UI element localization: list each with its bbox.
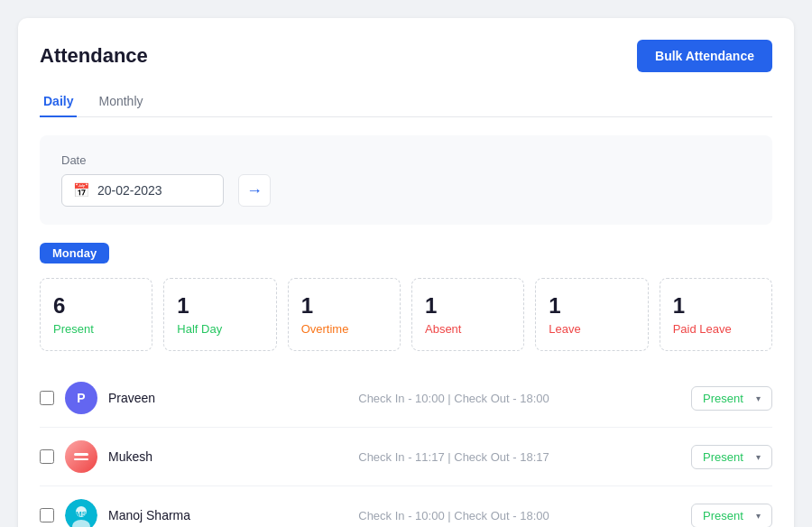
status-label: Present xyxy=(703,509,743,522)
stat-card-paid-leave: 1 Paid Leave xyxy=(660,278,772,351)
tab-monthly[interactable]: Monthly xyxy=(95,87,146,117)
employee-checkbox[interactable] xyxy=(40,449,54,464)
day-badge: Monday xyxy=(40,243,109,264)
page-title: Attendance xyxy=(40,44,148,68)
employee-checkbox[interactable] xyxy=(40,508,54,522)
stat-card-overtime: 1 Overtime xyxy=(288,278,401,351)
chevron-down-icon: ▾ xyxy=(756,393,761,403)
avatar xyxy=(65,440,97,473)
svg-text:MS: MS xyxy=(76,510,88,518)
employee-name: Mukesh xyxy=(108,449,217,464)
tab-daily[interactable]: Daily xyxy=(40,87,77,117)
date-input-wrapper[interactable]: 📅 20-02-2023 xyxy=(61,174,224,207)
employee-row: Mukesh Check In - 11:17 | Check Out - 18… xyxy=(40,428,772,486)
chevron-down-icon: ▾ xyxy=(756,452,761,462)
checkin-info: Check In - 10:00 | Check Out - 18:00 xyxy=(227,509,680,522)
status-dropdown[interactable]: Present ▾ xyxy=(691,504,772,528)
page-header: Attendance Bulk Attendance xyxy=(40,40,772,72)
avatar: P xyxy=(65,382,97,414)
date-section: Date 📅 20-02-2023 → xyxy=(40,135,772,225)
main-container: Attendance Bulk Attendance Daily Monthly… xyxy=(18,18,794,527)
status-label: Present xyxy=(703,392,743,405)
stat-number: 6 xyxy=(53,293,139,319)
employee-row: MS Manoj Sharma Check In - 10:00 | Check… xyxy=(40,486,772,527)
stat-label: Paid Leave xyxy=(673,322,759,336)
status-label: Present xyxy=(703,450,743,464)
stat-number: 1 xyxy=(549,293,634,319)
stat-card-present: 6 Present xyxy=(40,278,152,351)
status-dropdown[interactable]: Present ▾ xyxy=(691,386,772,411)
status-dropdown[interactable]: Present ▾ xyxy=(691,445,772,469)
stat-label: Overtime xyxy=(301,322,387,336)
employee-name: Manoj Sharma xyxy=(108,508,217,522)
avatar: MS xyxy=(65,499,97,527)
date-label: Date xyxy=(61,153,751,167)
calendar-icon: 📅 xyxy=(73,182,90,199)
stats-row: 6 Present 1 Half Day 1 Overtime 1 Absent… xyxy=(40,278,772,351)
stat-number: 1 xyxy=(177,293,263,319)
checkin-info: Check In - 10:00 | Check Out - 18:00 xyxy=(227,392,680,405)
chevron-down-icon: ▾ xyxy=(756,511,761,521)
stat-label: Present xyxy=(53,322,139,336)
checkin-info: Check In - 11:17 | Check Out - 18:17 xyxy=(227,450,680,464)
stat-number: 1 xyxy=(301,293,387,319)
stat-number: 1 xyxy=(425,293,511,319)
employee-row: P Praveen Check In - 10:00 | Check Out -… xyxy=(40,369,772,428)
stat-card-half-day: 1 Half Day xyxy=(163,278,276,351)
stat-card-absent: 1 Absent xyxy=(411,278,524,351)
employee-list: P Praveen Check In - 10:00 | Check Out -… xyxy=(40,369,772,527)
employee-name: Praveen xyxy=(108,391,217,405)
date-row: 📅 20-02-2023 → xyxy=(61,174,751,207)
stat-label: Leave xyxy=(549,322,634,336)
date-value: 20-02-2023 xyxy=(97,183,162,198)
tabs-container: Daily Monthly xyxy=(40,87,772,117)
next-date-button[interactable]: → xyxy=(238,174,271,207)
stat-label: Absent xyxy=(425,322,511,336)
stat-label: Half Day xyxy=(177,322,263,336)
stat-card-leave: 1 Leave xyxy=(535,278,648,351)
stat-number: 1 xyxy=(673,293,759,319)
bulk-attendance-button[interactable]: Bulk Attendance xyxy=(637,40,772,72)
employee-checkbox[interactable] xyxy=(40,391,54,405)
